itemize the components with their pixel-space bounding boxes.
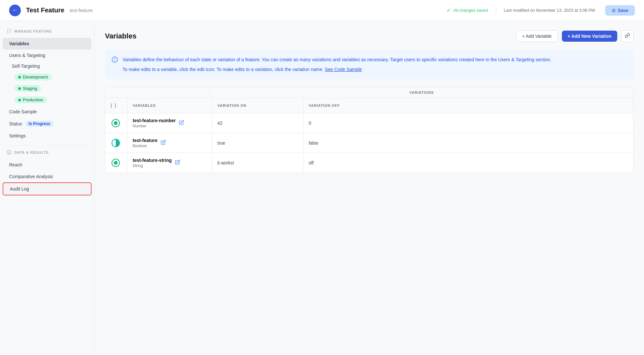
add-variable-button[interactable]: + Add Variable <box>516 30 558 42</box>
row3-var-name: test-feature-string <box>133 158 172 163</box>
variation-off-col-label: VARIATION OFF <box>309 104 340 107</box>
production-label: Production <box>23 97 43 102</box>
link-button[interactable] <box>621 30 634 42</box>
row2-value-on-cell: true <box>212 133 303 153</box>
sidebar-env-development[interactable]: Development <box>3 72 92 82</box>
page-actions: + Add Variable + Add New Variation <box>516 30 634 42</box>
col-header-variation-on: VARIATION ON <box>212 98 303 113</box>
row3-value-on-cell: it works! <box>212 153 303 173</box>
row3-edit-icon[interactable] <box>175 160 180 166</box>
table-column-headers: ( ) VARIABLES VARIATION ON VARIATION OFF <box>105 98 633 113</box>
reach-label: Reach <box>9 162 22 167</box>
row2-value-off: false <box>309 140 318 146</box>
add-new-variation-button[interactable]: + Add New Variation <box>562 31 617 42</box>
users-targeting-label: Users & Targeting <box>9 53 45 58</box>
feature-slug: test-feature <box>69 8 93 13</box>
page-title: Variables <box>105 32 137 40</box>
col-header-icon: ( ) <box>105 98 127 113</box>
sidebar-divider <box>7 146 88 146</box>
data-results-section: DATA & RESULTS <box>0 150 94 159</box>
save-circle-icon: ⊙ <box>612 8 616 13</box>
back-button[interactable]: ← <box>9 5 21 16</box>
sidebar-item-reach[interactable]: Reach <box>3 159 92 171</box>
see-code-sample-link[interactable]: See Code Sample <box>325 67 362 72</box>
add-variable-label: + Add Variable <box>522 34 551 39</box>
status-badge: In Progress <box>25 121 53 127</box>
sidebar-item-code-sample[interactable]: Code Sample <box>3 106 92 118</box>
row1-var-type: Number <box>133 124 176 128</box>
audit-log-label: Audit Log <box>10 186 29 192</box>
sidebar-item-comparative-analysis[interactable]: Comparative Analysis <box>3 171 92 182</box>
info-text-1: Variables define the behaviour of each s… <box>123 56 551 63</box>
variables-col-label: VARIABLES <box>133 104 156 107</box>
table-row: test-feature-string String it works! off <box>105 153 633 173</box>
row2-var-type: Boolean <box>133 144 157 148</box>
row2-value-on: true <box>217 140 225 146</box>
variables-table: VARIATIONS ( ) VARIABLES VARIATION ON VA… <box>105 87 634 173</box>
settings-label: Settings <box>9 133 26 138</box>
manage-feature-label: MANAGE FEATURE <box>14 29 52 33</box>
feature-name: Test Feature <box>26 7 64 14</box>
row3-icon-cell <box>105 153 127 173</box>
row3-value-off-cell: off <box>303 153 633 173</box>
save-button-label: Save <box>618 8 628 13</box>
link-icon <box>625 33 630 39</box>
comparative-analysis-label: Comparative Analysis <box>9 174 53 179</box>
row2-edit-icon[interactable] <box>161 140 166 146</box>
development-badge[interactable]: Development <box>14 74 52 80</box>
sidebar-env-production[interactable]: Production <box>3 94 92 105</box>
sidebar-item-variables[interactable]: Variables <box>3 38 92 50</box>
check-icon: ✓ <box>446 7 451 13</box>
col-header-variation-off: VARIATION OFF <box>303 98 633 113</box>
sidebar-item-self-targeting[interactable]: Self-Targeting <box>3 61 92 71</box>
row3-var-icon <box>110 158 121 168</box>
development-dot <box>18 76 21 78</box>
row3-var-cell: test-feature-string String <box>127 153 212 173</box>
last-modified-text: Last modified on November 13, 2023 at 3:… <box>504 8 595 13</box>
row2-var-cell: test-feature Boolean <box>127 133 212 153</box>
variations-super-header: VARIATIONS <box>210 87 633 98</box>
sidebar-item-settings[interactable]: Settings <box>3 130 92 142</box>
row1-var-name: test-feature-number <box>133 118 176 123</box>
self-targeting-label: Self-Targeting <box>12 64 40 69</box>
variations-header-row: VARIATIONS <box>105 87 633 98</box>
row3-value-off: off <box>309 160 314 165</box>
status-text: Status <box>9 121 22 126</box>
sidebar-env-staging[interactable]: Staging <box>3 83 92 94</box>
status-row: Status In Progress <box>3 118 92 129</box>
save-status: ✓ All changes saved <box>446 7 488 13</box>
svg-point-6 <box>114 121 117 124</box>
row1-value-off: 0 <box>309 121 311 126</box>
info-text-2: To make edits to a variable, click the e… <box>123 66 551 73</box>
production-dot <box>18 99 21 101</box>
staging-badge[interactable]: Staging <box>14 85 41 92</box>
sidebar-item-users-targeting[interactable]: Users & Targeting <box>3 50 92 61</box>
save-button[interactable]: ⊙ Save <box>605 5 635 16</box>
row3-var-info: test-feature-string String <box>133 158 172 168</box>
row1-edit-icon[interactable] <box>179 120 184 126</box>
staging-dot <box>18 87 21 90</box>
row2-icon-cell <box>105 133 127 153</box>
variation-on-col-label: VARIATION ON <box>217 104 246 107</box>
manage-feature-section: MANAGE FEATURE <box>0 29 94 38</box>
row1-value-on: 42 <box>217 121 223 126</box>
audit-log-wrapper: Audit Log <box>0 182 94 195</box>
development-label: Development <box>23 75 48 79</box>
variables-super-header-empty <box>105 87 210 98</box>
page-header: Variables + Add Variable + Add New Varia… <box>105 30 634 42</box>
row1-value-off-cell: 0 <box>303 113 633 133</box>
row1-icon-cell <box>105 113 127 133</box>
main-layout: MANAGE FEATURE Variables Users & Targeti… <box>0 21 644 355</box>
svg-rect-1 <box>7 150 11 154</box>
row1-value-on-cell: 42 <box>212 113 303 133</box>
table-row: test-feature-number Number 42 0 <box>105 113 633 133</box>
row1-var-cell: test-feature-number Number <box>127 113 212 133</box>
row2-var-info: test-feature Boolean <box>133 138 157 148</box>
sidebar-item-audit-log[interactable]: Audit Log <box>3 182 92 195</box>
col-header-variables: VARIABLES <box>127 98 212 113</box>
main-content: Variables + Add Variable + Add New Varia… <box>95 21 644 355</box>
production-badge[interactable]: Production <box>14 96 47 103</box>
svg-point-9 <box>114 161 117 164</box>
info-box: Variables define the behaviour of each s… <box>105 50 634 79</box>
add-variation-label: + Add New Variation <box>568 34 611 39</box>
